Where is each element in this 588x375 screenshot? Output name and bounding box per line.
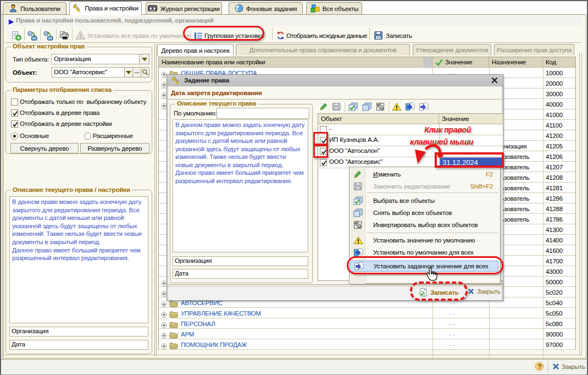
svg-text:ЕОК: ЕОК — [356, 187, 360, 190]
svg-text:?: ? — [537, 363, 541, 371]
svg-text:ЕОК: ЕОК — [334, 108, 339, 111]
